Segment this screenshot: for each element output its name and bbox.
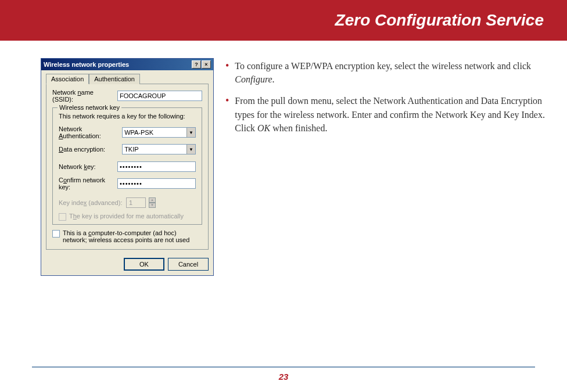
auth-combo[interactable]: WPA-PSK ▼	[122, 127, 196, 138]
enc-label: Data encryption:	[59, 146, 119, 153]
tab-panel-association: Network name (SSID): Wireless network ke…	[46, 84, 209, 250]
footer-divider	[32, 366, 535, 368]
auth-value: WPA-PSK	[124, 129, 153, 136]
confirm-key-input[interactable]	[117, 178, 196, 189]
enc-combo[interactable]: TKIP ▼	[122, 144, 196, 154]
key-label: Network key:	[59, 163, 114, 170]
ok-button[interactable]: OK	[124, 258, 164, 271]
auto-key-checkbox	[59, 213, 66, 221]
keyindex-spinner: ▲ ▼	[149, 197, 156, 208]
spin-up-icon: ▲	[149, 197, 156, 203]
network-key-input[interactable]	[117, 161, 196, 172]
groupbox-text: This network requires a key for the foll…	[59, 113, 196, 120]
page-title: Zero Configuration Service	[335, 11, 544, 30]
instructions: • To configure a WEP/WPA encryption key,…	[225, 58, 555, 276]
bullet-icon: •	[225, 59, 229, 86]
adhoc-checkbox[interactable]	[52, 230, 60, 238]
dialog-title: Wireless network properties	[44, 61, 129, 68]
tabs: Association Authentication	[46, 74, 209, 84]
dialog-buttons: OK Cancel	[41, 254, 213, 275]
chevron-down-icon: ▼	[186, 145, 195, 154]
spin-down-icon: ▼	[149, 203, 156, 208]
bullet-item-1: • To configure a WEP/WPA encryption key,…	[225, 59, 555, 86]
tab-authentication[interactable]: Authentication	[89, 74, 140, 84]
page-header: Zero Configuration Service	[0, 0, 567, 41]
ssid-input[interactable]	[117, 91, 202, 101]
bullet-text-1: To configure a WEP/WPA encryption key, s…	[235, 59, 555, 86]
enc-value: TKIP	[124, 146, 138, 153]
keyindex-input: 1	[126, 197, 146, 208]
dialog-body: Association Authentication Network name …	[41, 70, 213, 254]
adhoc-label: This is a computer-to-computer (ad hoc) …	[63, 229, 202, 243]
page-number: 23	[0, 372, 567, 382]
groupbox-title: Wireless network key	[58, 104, 121, 111]
tab-association[interactable]: Association	[46, 74, 89, 84]
confirm-key-label: Confirm network key:	[59, 177, 114, 190]
keyindex-label: Key index (advanced):	[59, 199, 123, 206]
close-button[interactable]: ×	[202, 60, 211, 69]
dialog-titlebar: Wireless network properties ? ×	[41, 59, 213, 70]
auto-key-label: The key is provided for me automatically	[69, 213, 184, 220]
cancel-button[interactable]: Cancel	[168, 258, 209, 271]
titlebar-buttons: ? ×	[192, 60, 211, 69]
bullet-item-2: • From the pull down menu, select the Ne…	[225, 94, 555, 135]
help-button[interactable]: ?	[192, 60, 201, 69]
chevron-down-icon: ▼	[186, 128, 195, 137]
wireless-key-groupbox: Wireless network key This network requir…	[52, 107, 202, 225]
auth-label: Network Authentication:	[59, 125, 119, 139]
bullet-text-2: From the pull down menu, select the Netw…	[235, 94, 555, 135]
bullet-icon: •	[225, 94, 229, 135]
page-content: Wireless network properties ? × Associat…	[0, 41, 567, 276]
wireless-properties-dialog: Wireless network properties ? × Associat…	[41, 58, 214, 276]
ssid-label: Network name (SSID):	[52, 89, 114, 103]
